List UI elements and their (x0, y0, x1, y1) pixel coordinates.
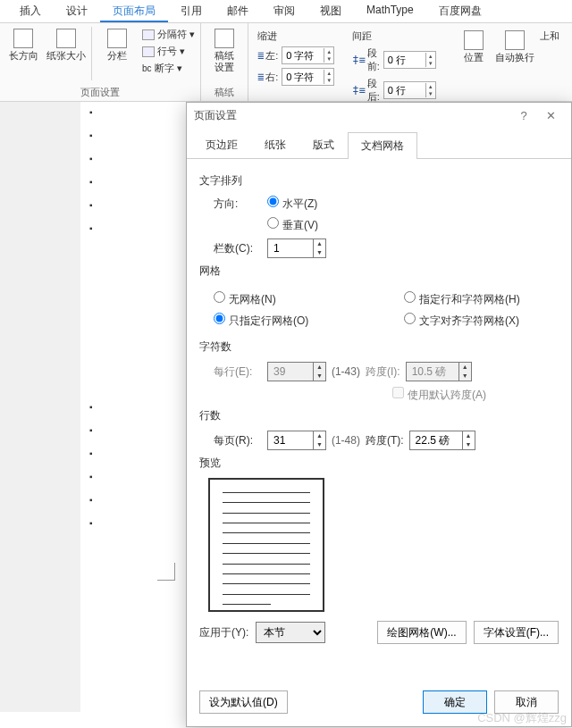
close-button[interactable]: ✕ (537, 109, 564, 122)
document-page[interactable] (80, 102, 188, 712)
set-default-button[interactable]: 设为默认值(D) (199, 690, 288, 714)
indent-left-spinner[interactable]: ▲▼ (282, 46, 334, 64)
radio-vertical[interactable]: 垂直(V) (267, 217, 318, 233)
text-direction-button[interactable]: 长方向 (4, 25, 43, 62)
paper-size-icon (56, 29, 76, 48)
indent-header: 缩进 (257, 29, 277, 43)
paper-size-button[interactable]: 纸张大小 (46, 25, 86, 62)
section-chars: 字符数 (199, 339, 559, 355)
space-after-icon: ‡≡ (352, 84, 365, 96)
gaozhi-group: 稿纸 设置 稿纸 (201, 23, 248, 101)
span-i-label: 跨度(I): (366, 364, 400, 380)
radio-horizontal[interactable]: 水平(Z) (267, 196, 317, 212)
use-default-span-checkbox: 使用默认跨度(A) (392, 387, 486, 403)
span-t-spinner[interactable]: ▲▼ (409, 431, 475, 450)
columns-count-spinner[interactable]: ▲▼ (267, 238, 326, 258)
gaozhi-button[interactable]: 稿纸 设置 (205, 25, 244, 73)
space-after-spinner[interactable]: ▲▼ (383, 81, 436, 99)
page-setup-dialog: 页面设置 ? ✕ 页边距 纸张 版式 文档网格 文字排列 方向: 水平(Z) 垂… (186, 102, 572, 727)
dialog-titlebar: 页面设置 ? ✕ (187, 103, 571, 128)
page-corner-icon (157, 563, 175, 581)
tab-paper[interactable]: 纸张 (251, 131, 299, 158)
ribbon-content: 长方向 纸张大小 分栏 分隔符 ▾ 行号 ▾ bc断字 ▾ 页面设置 稿纸 设置… (0, 23, 572, 102)
columns-button[interactable]: 分栏 (97, 25, 137, 62)
section-text-flow: 文字排列 (199, 173, 559, 188)
breaks-button[interactable]: 分隔符 ▾ (140, 27, 197, 42)
wrap-icon (505, 30, 525, 50)
per-page-spinner[interactable]: ▲▼ (267, 431, 326, 450)
space-before-spinner[interactable]: ▲▼ (383, 51, 436, 69)
tab-doc-grid[interactable]: 文档网格 (348, 132, 417, 159)
section-lines: 行数 (199, 408, 559, 423)
tab-baidu[interactable]: 百度网盘 (426, 0, 494, 22)
font-settings-button[interactable]: 字体设置(F)... (474, 621, 559, 644)
tab-insert[interactable]: 插入 (7, 0, 54, 22)
per-line-spinner: ▲▼ (267, 362, 326, 381)
dialog-footer: 设为默认值(D) 确定 取消 (187, 682, 571, 726)
tab-mathtype[interactable]: MathType (354, 0, 426, 22)
help-button[interactable]: ? (510, 109, 537, 122)
tab-view[interactable]: 视图 (307, 0, 354, 22)
radio-align-char-grid[interactable]: 文字对齐字符网格(X) (404, 313, 519, 329)
radio-no-grid[interactable]: 无网格(N) (214, 291, 276, 307)
tab-mailings[interactable]: 邮件 (214, 0, 261, 22)
tab-design[interactable]: 设计 (54, 0, 100, 22)
dialog-tabs: 页边距 纸张 版式 文档网格 (187, 128, 571, 159)
gaozhi-group-label: 稿纸 (205, 84, 244, 101)
breaks-icon (142, 29, 155, 40)
wrap-button[interactable]: 自动换行 (495, 27, 534, 63)
text-direction-icon (13, 29, 33, 48)
hyphenation-button[interactable]: bc断字 ▾ (140, 61, 197, 76)
top-button[interactable]: 上和 (536, 27, 563, 63)
dialog-body: 文字排列 方向: 水平(Z) 垂直(V) 栏数(C): ▲▼ 网格 无网格(N)… (187, 159, 571, 682)
apply-to-select[interactable]: 本节 (256, 622, 325, 643)
section-preview: 预览 (199, 456, 559, 471)
position-button[interactable]: 位置 (454, 27, 493, 63)
spacing-header: 间距 (352, 29, 372, 43)
paragraph-group: 缩进 ≣左: ▲▼ ≣右: ▲▼ 间距 ‡≡段前: ▲▼ ‡≡段后: ▲▼ 位置 (248, 23, 572, 101)
per-line-range: (1-43) (332, 365, 360, 378)
line-numbers-button[interactable]: 行号 ▾ (140, 44, 197, 59)
preview-box (208, 478, 324, 612)
radio-line-grid[interactable]: 只指定行网格(O) (214, 313, 308, 329)
dialog-title: 页面设置 (194, 108, 237, 123)
per-page-label: 每页(R): (214, 433, 262, 448)
page-setup-group: 长方向 纸张大小 分栏 分隔符 ▾ 行号 ▾ bc断字 ▾ 页面设置 (0, 23, 201, 101)
indent-right-spinner[interactable]: ▲▼ (282, 68, 334, 86)
space-before-icon: ‡≡ (352, 54, 365, 66)
tab-review[interactable]: 审阅 (261, 0, 307, 22)
per-line-label: 每行(E): (214, 364, 262, 380)
indent-right-icon: ≣ (257, 71, 264, 83)
radio-line-char-grid[interactable]: 指定行和字符网格(H) (404, 291, 520, 307)
gaozhi-icon (214, 29, 234, 48)
ribbon-tabs: 插入 设计 页面布局 引用 邮件 审阅 视图 MathType 百度网盘 (0, 0, 572, 23)
columns-count-label: 栏数(C): (214, 241, 262, 256)
indent-left-icon: ≣ (257, 49, 264, 62)
span-t-label: 跨度(T): (366, 433, 404, 448)
span-i-spinner: ▲▼ (406, 362, 472, 381)
per-page-range: (1-48) (332, 434, 360, 447)
ok-button[interactable]: 确定 (423, 690, 487, 714)
columns-icon (107, 29, 127, 48)
line-num-icon (142, 46, 155, 57)
position-icon (464, 30, 484, 50)
cancel-button[interactable]: 取消 (494, 690, 559, 714)
draw-grid-button[interactable]: 绘图网格(W)... (377, 621, 466, 644)
tab-margins[interactable]: 页边距 (192, 131, 251, 158)
section-grid: 网格 (199, 264, 559, 279)
tab-references[interactable]: 引用 (168, 0, 214, 22)
tab-layout[interactable]: 版式 (299, 131, 348, 158)
tab-page-layout[interactable]: 页面布局 (100, 0, 168, 22)
page-setup-group-label: 页面设置 (4, 84, 197, 101)
apply-to-label: 应用于(Y): (199, 625, 248, 640)
direction-label: 方向: (214, 197, 262, 212)
